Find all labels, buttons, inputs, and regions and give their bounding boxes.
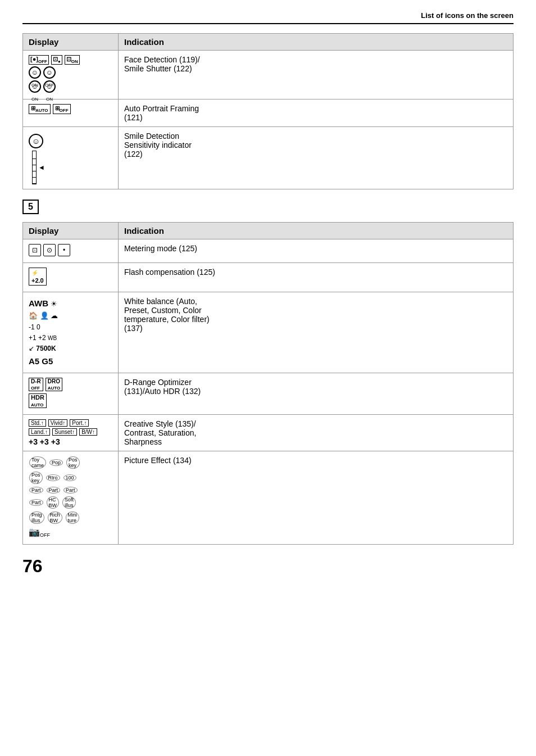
- table-1: Display Indication [●]OFF ⊡● ⊡ON ☺ON ☺OF…: [22, 33, 514, 189]
- table-row: [●]OFF ⊡● ⊡ON ☺ON ☺OFF ☺ON ☺ON Face Dete…: [23, 51, 514, 99]
- display-smile-detection: ☺ ◄: [23, 127, 119, 189]
- table2-col2-header: Indication: [119, 223, 514, 239]
- page-header: List of icons on the screen: [22, 11, 514, 24]
- table-row: ☺ ◄ Smile Detecti: [23, 127, 514, 189]
- effect-rtro-icon: Rtro: [46, 474, 60, 481]
- sensitivity-bar: ◄: [32, 151, 37, 184]
- table-row: AWB ☀ 🏠 👤 ☁ -1 0 +1 +2 WB ↙ 7500K A5 G5: [23, 292, 514, 373]
- table-row: D-ROFF DROAUTO HDRAUTO D-Range Optimizer…: [23, 373, 514, 414]
- effect-part3-icon: Part: [63, 487, 78, 494]
- wb-a5g5: A5 G5: [29, 355, 112, 368]
- face-detect-icon-off: [●]OFF: [29, 55, 49, 65]
- table-row: ⚡ +2.0 Flash compensation (125): [23, 263, 514, 292]
- style-bw-icon: B/W↑: [79, 428, 97, 436]
- display-drange: D-ROFF DROAUTO HDRAUTO: [23, 373, 119, 414]
- effect-hcbw-icon: HCBW: [47, 496, 60, 509]
- display-face-detection: [●]OFF ⊡● ⊡ON ☺ON ☺OFF ☺ON ☺ON: [23, 51, 119, 99]
- section-number: 5: [22, 200, 39, 214]
- smile-on2-icon: ☺ON: [29, 80, 41, 93]
- effect-pop-icon: Pop: [49, 459, 63, 466]
- wb-icons-row3: +1 +2 WB: [29, 333, 112, 343]
- smile-off-icon: ☺OFF: [43, 66, 56, 79]
- indication-smile-detection: Smile DetectionSensitivity indicator(122…: [119, 127, 514, 189]
- indication-wb: White balance (Auto,Preset, Custom, Colo…: [119, 292, 514, 373]
- indication-drange: D-Range Optimizer(131)/Auto HDR (132): [119, 373, 514, 414]
- portrait-off-icon: ⊞OFF: [53, 104, 71, 114]
- table2-col1-header: Display: [23, 223, 119, 239]
- table-row: ⊞AUTO ⊞OFF Auto Portrait Framing(121): [23, 99, 514, 127]
- table-2: Display Indication ⊡ ⊙ • Metering mode (…: [22, 222, 514, 545]
- sensitivity-arrow-icon: ◄: [38, 164, 45, 171]
- style-port-icon: Port.↑: [70, 419, 89, 427]
- face-detect-icon-on: ⊡ON: [65, 55, 80, 65]
- effect-rich-icon: RichBW: [48, 511, 62, 524]
- style-land-icon: Land.↑: [29, 428, 50, 436]
- table-row: Std.↑ Vivid↑ Port.↑ Land.↑ Sunset↑ B/W↑ …: [23, 414, 514, 451]
- table-row: Toycame Pop Poskey Poskey Rtro 100 Part …: [23, 451, 514, 544]
- indication-metering: Metering mode (125): [119, 239, 514, 263]
- smile-detection-icon: ☺: [29, 134, 43, 148]
- awb-label: AWB: [29, 298, 48, 308]
- hdr-auto-icon: HDRAUTO: [29, 393, 47, 408]
- style-vivid-icon: Vivid↑: [48, 419, 68, 427]
- indication-auto-portrait: Auto Portrait Framing(121): [119, 99, 514, 127]
- flash-comp-icon: ⚡ +2.0: [29, 268, 47, 286]
- table1-col2-header: Indication: [119, 34, 514, 51]
- wb-icons-row2: -1 0: [29, 322, 112, 333]
- effect-part2-icon: Part: [47, 487, 61, 494]
- effect-off-icon: 📷OFF: [29, 527, 50, 538]
- style-std-icon: Std.↑: [29, 419, 46, 427]
- metering-multi-icon: ⊡: [29, 244, 41, 256]
- wb-icons-row4: ↙ 7500K: [29, 343, 112, 354]
- table-row: ⊡ ⊙ • Metering mode (125): [23, 239, 514, 263]
- effect-part1-icon: Part: [29, 487, 43, 494]
- smile-on-icon: ☺ON: [29, 66, 41, 79]
- effect-part4-icon: Part: [29, 499, 43, 506]
- style-values: +3 +3 +3: [29, 437, 112, 446]
- display-wb: AWB ☀ 🏠 👤 ☁ -1 0 +1 +2 WB ↙ 7500K A5 G5: [23, 292, 119, 373]
- effect-pntg-icon: Pntgillus: [29, 511, 44, 524]
- face-detect-icon-2: ⊡●: [51, 55, 62, 65]
- effect-100-icon: 100: [63, 474, 76, 481]
- wb-icons-row1: 🏠 👤 ☁: [29, 310, 112, 322]
- display-creative: Std.↑ Vivid↑ Port.↑ Land.↑ Sunset↑ B/W↑ …: [23, 414, 119, 451]
- page-number: 76: [22, 556, 514, 577]
- effect-toy-icon: Toycame: [29, 456, 46, 469]
- indication-creative: Creative Style (135)/Contrast, Saturatio…: [119, 414, 514, 451]
- effect-mini-icon: Miniture: [66, 511, 80, 524]
- display-metering: ⊡ ⊙ •: [23, 239, 119, 263]
- metering-spot-icon: •: [58, 244, 70, 256]
- metering-center-icon: ⊙: [43, 244, 56, 256]
- indication-flash: Flash compensation (125): [119, 263, 514, 292]
- effect-pos2-icon: Poskey: [29, 472, 43, 484]
- indication-pic-effect: Picture Effect (134): [119, 451, 514, 544]
- smile-detection-text: Smile DetectionSensitivity indicator(122…: [124, 132, 192, 159]
- dro-auto-icon: DROAUTO: [46, 378, 63, 391]
- table1-col1-header: Display: [23, 34, 119, 51]
- effect-pos1-icon: Poskey: [66, 456, 80, 469]
- dro-off-icon: D-ROFF: [29, 378, 43, 391]
- display-auto-portrait: ⊞AUTO ⊞OFF: [23, 99, 119, 127]
- display-flash: ⚡ +2.0: [23, 263, 119, 292]
- smile-on3-icon: ☺ON: [43, 80, 56, 93]
- indication-face-detection: Face Detection (119)/Smile Shutter (122): [119, 51, 514, 99]
- display-pic-effect: Toycame Pop Poskey Poskey Rtro 100 Part …: [23, 451, 119, 544]
- style-sunset-icon: Sunset↑: [52, 428, 77, 436]
- effect-soft-icon: Softillus: [62, 496, 76, 509]
- portrait-auto-icon: ⊞AUTO: [29, 104, 51, 114]
- wb-sun-icon: ☀: [51, 300, 57, 308]
